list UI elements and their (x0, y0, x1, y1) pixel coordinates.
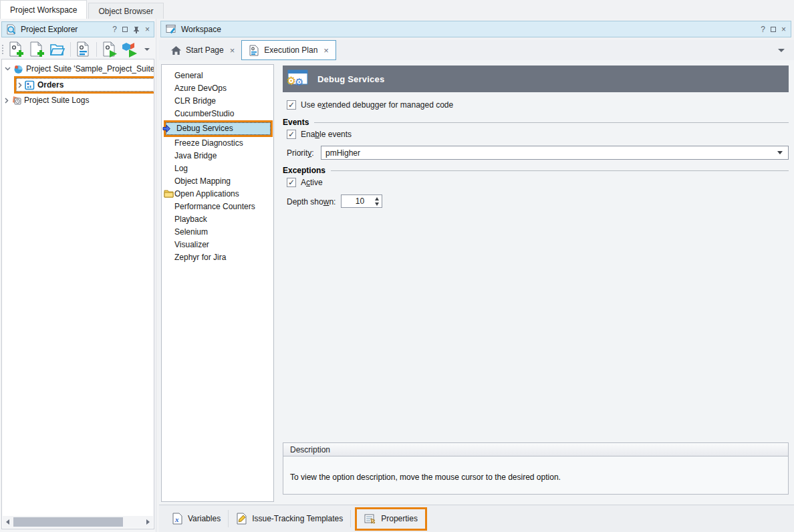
project-explorer-icon (6, 24, 17, 35)
tab-properties[interactable]: Properties (357, 509, 425, 529)
depth-shown-value: 10 (342, 196, 372, 206)
category-performance-counters[interactable]: Performance Counters (162, 201, 273, 213)
use-extended-debugger-checkbox[interactable]: ✓ (287, 100, 296, 110)
category-open-applications[interactable]: Open Applications (162, 188, 273, 201)
toolbar-dropdown-caret[interactable] (144, 48, 150, 51)
depth-shown-spinner[interactable]: 10 (341, 194, 382, 208)
scroll-right-arrow[interactable] (146, 519, 150, 525)
debug-services-icon: ⚙ ⚙ (286, 69, 309, 89)
category-azure-devops[interactable]: Azure DevOps (162, 82, 273, 95)
help-button[interactable]: ? (761, 25, 765, 33)
tab-execution-plan[interactable]: Execution Plan × (241, 40, 336, 60)
category-freeze-diagnostics[interactable]: Freeze Diagnostics (162, 137, 273, 150)
dropdown-arrow-icon (777, 151, 783, 154)
chevron-down-icon[interactable] (5, 67, 11, 71)
priority-value: pmHigher (325, 148, 777, 158)
description-text: To view the option description, move the… (283, 456, 788, 482)
close-tab-icon[interactable]: × (323, 45, 329, 55)
depth-shown-label: Depth shown: (287, 197, 336, 207)
settings-page-title: Debug Services (317, 74, 384, 84)
selected-category-highlight: Debug Services (164, 120, 273, 137)
active-label: Active (301, 178, 323, 187)
project-explorer-panel: Project Explorer ? × (0, 19, 156, 532)
checkmark-icon: ✓ (288, 101, 295, 109)
organize-tests-button[interactable] (74, 41, 93, 58)
tab-issue-tracking-templates[interactable]: Issue-Tracking Templates (229, 505, 350, 532)
priority-dropdown[interactable]: pmHigher (321, 146, 789, 160)
debug-services-header: ⚙ ⚙ Debug Services (283, 65, 789, 92)
tab-object-browser[interactable]: Object Browser (88, 3, 163, 19)
category-visualizer[interactable]: Visualizer (162, 239, 273, 251)
variables-icon: x (172, 513, 183, 525)
toolbar-grip[interactable] (2, 45, 3, 54)
workspace-title: Workspace (181, 25, 221, 34)
close-tab-icon[interactable]: × (230, 45, 235, 55)
category-selenium[interactable]: Selenium (162, 226, 273, 239)
settings-category-list: General Azure DevOps CLR Bridge Cucumber… (161, 64, 274, 502)
chevron-right-icon[interactable] (5, 98, 9, 104)
folder-icon (164, 189, 174, 198)
category-cucumberstudio[interactable]: CucumberStudio (162, 108, 273, 120)
pin-button[interactable] (133, 26, 140, 33)
scroll-left-arrow[interactable] (6, 519, 9, 525)
category-java-bridge[interactable]: Java Bridge (162, 150, 273, 162)
project-explorer-header: Project Explorer ? × (1, 21, 154, 37)
category-object-mapping[interactable]: Object Mapping (162, 175, 273, 188)
active-row: ✓ Active (287, 178, 323, 187)
selection-arrow-icon (162, 124, 170, 133)
close-button[interactable]: × (145, 25, 150, 33)
project-suite-icon (13, 64, 23, 74)
enable-events-label: Enable events (301, 130, 352, 139)
panel-title: Project Explorer (21, 25, 78, 34)
add-new-project-button[interactable] (7, 41, 25, 58)
tab-project-workspace[interactable]: Project Workspace (0, 0, 87, 19)
tab-variables[interactable]: x Variables (164, 505, 228, 532)
active-bottom-tab-highlight: Properties (355, 507, 427, 531)
editor-bottom-tab-bar: x Variables Issue-Tracking Templates (159, 505, 794, 532)
add-new-item-button[interactable] (27, 41, 46, 58)
maximize-button[interactable] (771, 27, 776, 32)
category-debug-services[interactable]: Debug Services (166, 122, 271, 135)
home-icon (171, 46, 181, 55)
description-header: Description (283, 443, 788, 456)
priority-label: Priority: (287, 148, 314, 158)
spinner-down-arrow[interactable] (375, 203, 379, 206)
tree-item-project-suite[interactable]: Project Suite 'Sample_Project_Suite' (1 … (2, 62, 154, 76)
workspace-tab-bar: Start Page × Execution Plan × (159, 40, 794, 60)
checkmark-icon: ✓ (288, 178, 295, 186)
open-file-button[interactable] (48, 41, 67, 58)
top-tab-strip: Project Workspace Object Browser (0, 0, 794, 19)
issue-tracking-icon (236, 513, 247, 525)
use-extended-debugger-label: Use extended debugger for managed code (301, 100, 453, 110)
run-project-suite-button[interactable] (121, 41, 140, 58)
active-checkbox[interactable]: ✓ (287, 178, 296, 187)
category-playback[interactable]: Playback (162, 213, 273, 226)
workspace-icon (166, 24, 176, 34)
category-general[interactable]: General (162, 70, 273, 82)
exceptions-group-header: Exceptions (283, 166, 789, 175)
selected-item-highlight: Orders (14, 76, 154, 94)
chevron-right-icon[interactable] (18, 82, 22, 88)
category-log[interactable]: Log (162, 162, 273, 175)
run-test-button[interactable] (100, 41, 119, 58)
scrollbar-thumb[interactable] (13, 517, 123, 527)
category-zephyr-for-jira[interactable]: Zephyr for Jira (162, 251, 273, 264)
maximize-button[interactable] (122, 27, 128, 32)
events-group-header: Events (283, 118, 789, 127)
svg-text:x: x (174, 515, 179, 523)
category-clr-bridge[interactable]: CLR Bridge (162, 95, 273, 108)
logs-icon (11, 96, 21, 106)
horizontal-scrollbar[interactable] (3, 516, 153, 528)
enable-events-checkbox[interactable]: ✓ (287, 130, 296, 139)
checkmark-icon: ✓ (288, 130, 295, 138)
tab-start-page[interactable]: Start Page × (164, 40, 241, 60)
properties-icon (364, 513, 376, 525)
project-icon (25, 80, 35, 90)
tree-item-orders[interactable]: Orders (16, 78, 154, 92)
tree-item-project-suite-logs[interactable]: Project Suite Logs (2, 94, 154, 107)
enable-events-row: ✓ Enable events (287, 130, 352, 139)
close-button[interactable]: × (781, 25, 786, 33)
help-button[interactable]: ? (112, 25, 117, 33)
tab-list-dropdown-caret[interactable] (778, 49, 785, 52)
spinner-up-arrow[interactable] (375, 197, 379, 201)
